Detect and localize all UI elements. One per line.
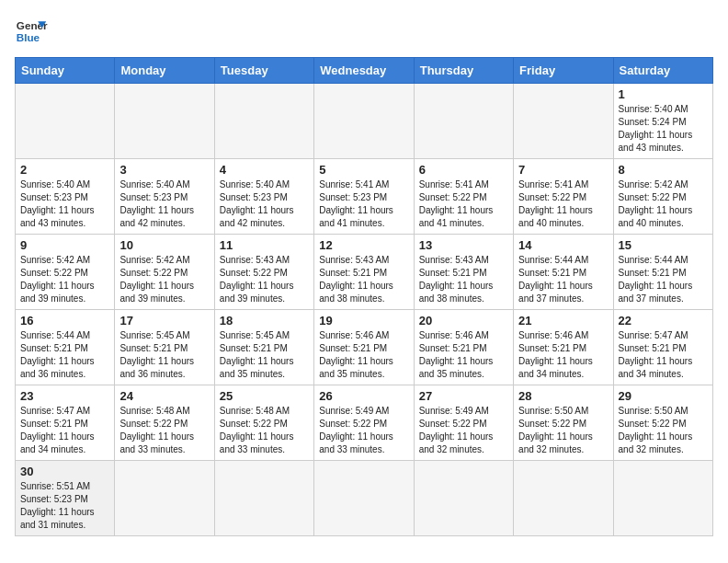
day-number: 21 bbox=[518, 314, 608, 327]
calendar-cell bbox=[314, 84, 414, 159]
day-number: 26 bbox=[319, 389, 408, 403]
day-number: 9 bbox=[20, 238, 109, 252]
calendar-cell: 16Sunrise: 5:44 AM Sunset: 5:21 PM Dayli… bbox=[16, 310, 115, 385]
day-info: Sunrise: 5:42 AM Sunset: 5:22 PM Dayligh… bbox=[20, 254, 109, 305]
calendar-cell: 25Sunrise: 5:48 AM Sunset: 5:22 PM Dayli… bbox=[214, 385, 313, 461]
weekday-header-thursday: Thursday bbox=[414, 58, 513, 84]
day-info: Sunrise: 5:42 AM Sunset: 5:22 PM Dayligh… bbox=[119, 254, 209, 305]
calendar-cell: 19Sunrise: 5:46 AM Sunset: 5:21 PM Dayli… bbox=[314, 310, 414, 385]
day-number: 20 bbox=[419, 314, 508, 327]
day-info: Sunrise: 5:44 AM Sunset: 5:21 PM Dayligh… bbox=[518, 254, 608, 305]
calendar-table: SundayMondayTuesdayWednesdayThursdayFrid… bbox=[15, 57, 713, 536]
day-number: 6 bbox=[419, 163, 508, 177]
day-number: 28 bbox=[518, 389, 608, 403]
calendar-cell: 2Sunrise: 5:40 AM Sunset: 5:23 PM Daylig… bbox=[16, 159, 115, 235]
day-info: Sunrise: 5:40 AM Sunset: 5:24 PM Dayligh… bbox=[619, 103, 708, 155]
calendar-row: 1Sunrise: 5:40 AM Sunset: 5:24 PM Daylig… bbox=[16, 84, 713, 159]
day-number: 2 bbox=[20, 163, 109, 177]
day-number: 17 bbox=[119, 314, 209, 327]
day-number: 22 bbox=[619, 314, 708, 327]
day-info: Sunrise: 5:40 AM Sunset: 5:23 PM Dayligh… bbox=[119, 178, 209, 230]
day-number: 3 bbox=[119, 163, 209, 177]
calendar-cell: 21Sunrise: 5:46 AM Sunset: 5:21 PM Dayli… bbox=[514, 310, 613, 385]
day-info: Sunrise: 5:40 AM Sunset: 5:23 PM Dayligh… bbox=[20, 178, 109, 230]
calendar-cell: 3Sunrise: 5:40 AM Sunset: 5:23 PM Daylig… bbox=[115, 159, 214, 235]
calendar-cell: 29Sunrise: 5:50 AM Sunset: 5:22 PM Dayli… bbox=[613, 385, 712, 461]
day-number: 5 bbox=[319, 163, 408, 177]
calendar-cell: 10Sunrise: 5:42 AM Sunset: 5:22 PM Dayli… bbox=[115, 235, 214, 310]
day-info: Sunrise: 5:43 AM Sunset: 5:21 PM Dayligh… bbox=[419, 254, 508, 305]
day-info: Sunrise: 5:44 AM Sunset: 5:21 PM Dayligh… bbox=[20, 329, 109, 381]
day-number: 18 bbox=[220, 314, 309, 327]
day-info: Sunrise: 5:50 AM Sunset: 5:22 PM Dayligh… bbox=[619, 405, 708, 456]
calendar-cell bbox=[514, 84, 613, 159]
day-number: 13 bbox=[419, 238, 508, 252]
weekday-header-row: SundayMondayTuesdayWednesdayThursdayFrid… bbox=[16, 58, 713, 84]
day-info: Sunrise: 5:46 AM Sunset: 5:21 PM Dayligh… bbox=[419, 329, 508, 381]
weekday-header-tuesday: Tuesday bbox=[214, 58, 313, 84]
day-info: Sunrise: 5:49 AM Sunset: 5:22 PM Dayligh… bbox=[319, 405, 408, 456]
logo-icon: General Blue bbox=[15, 15, 48, 48]
day-info: Sunrise: 5:44 AM Sunset: 5:21 PM Dayligh… bbox=[619, 254, 708, 305]
day-number: 23 bbox=[20, 389, 109, 403]
day-number: 19 bbox=[319, 314, 408, 327]
day-info: Sunrise: 5:40 AM Sunset: 5:23 PM Dayligh… bbox=[220, 178, 309, 230]
day-info: Sunrise: 5:47 AM Sunset: 5:21 PM Dayligh… bbox=[20, 405, 109, 456]
calendar-cell: 14Sunrise: 5:44 AM Sunset: 5:21 PM Dayli… bbox=[514, 235, 613, 310]
calendar-row: 16Sunrise: 5:44 AM Sunset: 5:21 PM Dayli… bbox=[16, 310, 713, 385]
calendar-cell bbox=[115, 84, 214, 159]
calendar-cell: 6Sunrise: 5:41 AM Sunset: 5:22 PM Daylig… bbox=[414, 159, 513, 235]
calendar-row: 23Sunrise: 5:47 AM Sunset: 5:21 PM Dayli… bbox=[16, 385, 713, 461]
weekday-header-monday: Monday bbox=[115, 58, 214, 84]
header: General Blue bbox=[15, 15, 713, 48]
day-info: Sunrise: 5:51 AM Sunset: 5:23 PM Dayligh… bbox=[20, 480, 109, 532]
day-number: 14 bbox=[518, 238, 608, 252]
day-info: Sunrise: 5:48 AM Sunset: 5:22 PM Dayligh… bbox=[119, 405, 209, 456]
day-number: 12 bbox=[319, 238, 408, 252]
day-info: Sunrise: 5:46 AM Sunset: 5:21 PM Dayligh… bbox=[518, 329, 608, 381]
calendar-cell bbox=[314, 461, 414, 536]
calendar-cell: 13Sunrise: 5:43 AM Sunset: 5:21 PM Dayli… bbox=[414, 235, 513, 310]
day-info: Sunrise: 5:45 AM Sunset: 5:21 PM Dayligh… bbox=[220, 329, 309, 381]
calendar-row: 2Sunrise: 5:40 AM Sunset: 5:23 PM Daylig… bbox=[16, 159, 713, 235]
calendar-cell bbox=[414, 461, 513, 536]
calendar-cell: 8Sunrise: 5:42 AM Sunset: 5:22 PM Daylig… bbox=[613, 159, 712, 235]
svg-text:Blue: Blue bbox=[17, 31, 40, 43]
day-info: Sunrise: 5:41 AM Sunset: 5:22 PM Dayligh… bbox=[419, 178, 508, 230]
calendar-cell: 5Sunrise: 5:41 AM Sunset: 5:23 PM Daylig… bbox=[314, 159, 414, 235]
day-number: 15 bbox=[619, 238, 708, 252]
calendar-cell: 17Sunrise: 5:45 AM Sunset: 5:21 PM Dayli… bbox=[115, 310, 214, 385]
calendar-cell: 23Sunrise: 5:47 AM Sunset: 5:21 PM Dayli… bbox=[16, 385, 115, 461]
calendar-cell: 11Sunrise: 5:43 AM Sunset: 5:22 PM Dayli… bbox=[214, 235, 313, 310]
calendar-cell: 15Sunrise: 5:44 AM Sunset: 5:21 PM Dayli… bbox=[613, 235, 712, 310]
calendar-cell: 27Sunrise: 5:49 AM Sunset: 5:22 PM Dayli… bbox=[414, 385, 513, 461]
calendar-cell: 24Sunrise: 5:48 AM Sunset: 5:22 PM Dayli… bbox=[115, 385, 214, 461]
day-info: Sunrise: 5:49 AM Sunset: 5:22 PM Dayligh… bbox=[419, 405, 508, 456]
day-number: 7 bbox=[518, 163, 608, 177]
calendar-cell: 20Sunrise: 5:46 AM Sunset: 5:21 PM Dayli… bbox=[414, 310, 513, 385]
calendar-row: 30Sunrise: 5:51 AM Sunset: 5:23 PM Dayli… bbox=[16, 461, 713, 536]
day-info: Sunrise: 5:45 AM Sunset: 5:21 PM Dayligh… bbox=[119, 329, 209, 381]
day-number: 27 bbox=[419, 389, 508, 403]
calendar-cell: 12Sunrise: 5:43 AM Sunset: 5:21 PM Dayli… bbox=[314, 235, 414, 310]
day-info: Sunrise: 5:47 AM Sunset: 5:21 PM Dayligh… bbox=[619, 329, 708, 381]
day-info: Sunrise: 5:43 AM Sunset: 5:22 PM Dayligh… bbox=[220, 254, 309, 305]
day-info: Sunrise: 5:43 AM Sunset: 5:21 PM Dayligh… bbox=[319, 254, 408, 305]
weekday-header-friday: Friday bbox=[514, 58, 613, 84]
calendar-cell: 30Sunrise: 5:51 AM Sunset: 5:23 PM Dayli… bbox=[16, 461, 115, 536]
day-number: 4 bbox=[220, 163, 309, 177]
calendar-cell: 18Sunrise: 5:45 AM Sunset: 5:21 PM Dayli… bbox=[214, 310, 313, 385]
day-number: 29 bbox=[619, 389, 708, 403]
weekday-header-wednesday: Wednesday bbox=[314, 58, 414, 84]
calendar-cell: 28Sunrise: 5:50 AM Sunset: 5:22 PM Dayli… bbox=[514, 385, 613, 461]
day-info: Sunrise: 5:41 AM Sunset: 5:22 PM Dayligh… bbox=[518, 178, 608, 230]
calendar-cell: 7Sunrise: 5:41 AM Sunset: 5:22 PM Daylig… bbox=[514, 159, 613, 235]
calendar-cell bbox=[214, 461, 313, 536]
calendar-row: 9Sunrise: 5:42 AM Sunset: 5:22 PM Daylig… bbox=[16, 235, 713, 310]
calendar-cell bbox=[16, 84, 115, 159]
day-number: 11 bbox=[220, 238, 309, 252]
calendar-cell: 22Sunrise: 5:47 AM Sunset: 5:21 PM Dayli… bbox=[613, 310, 712, 385]
weekday-header-saturday: Saturday bbox=[613, 58, 712, 84]
day-info: Sunrise: 5:50 AM Sunset: 5:22 PM Dayligh… bbox=[518, 405, 608, 456]
calendar-cell bbox=[214, 84, 313, 159]
